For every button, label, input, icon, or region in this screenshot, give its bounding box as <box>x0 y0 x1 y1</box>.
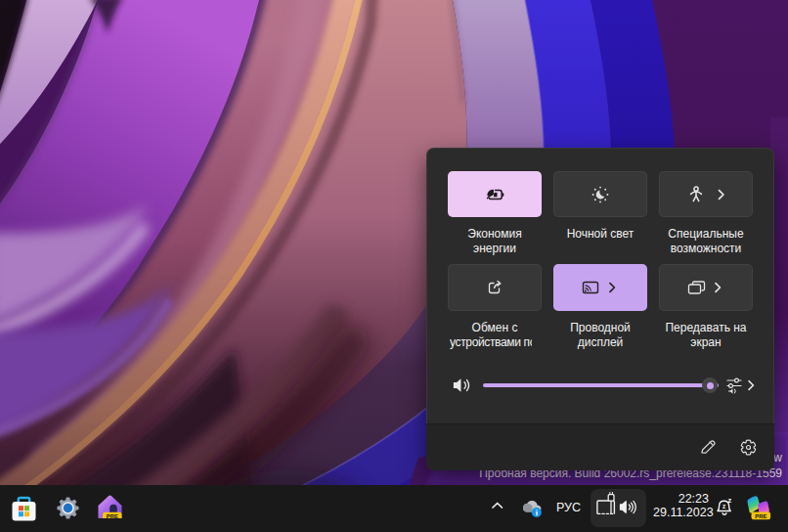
svg-text:PRE: PRE <box>107 513 118 518</box>
svg-text:z: z <box>727 496 731 505</box>
svg-text:PRE: PRE <box>755 513 766 519</box>
svg-text:z: z <box>722 503 725 510</box>
